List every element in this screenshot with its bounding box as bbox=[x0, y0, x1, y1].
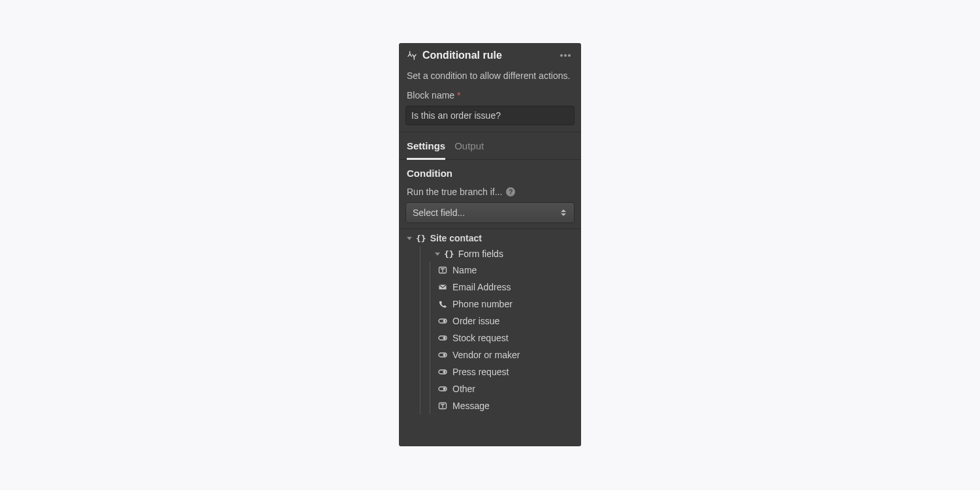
condition-heading: Condition bbox=[399, 160, 581, 183]
caret-down-icon bbox=[435, 253, 440, 256]
toggle-icon bbox=[438, 350, 447, 360]
panel-header: Conditional rule bbox=[399, 43, 581, 67]
tree-field-item[interactable]: Other bbox=[430, 380, 575, 397]
object-icon: {} bbox=[444, 249, 454, 259]
tree-field-item[interactable]: Name bbox=[430, 262, 575, 279]
tree-field-item[interactable]: Email Address bbox=[430, 279, 575, 296]
field-tree: {} Site contact {} Form fields NameEmail… bbox=[399, 229, 581, 421]
object-icon: {} bbox=[416, 234, 426, 243]
tree-field-label: Vendor or maker bbox=[452, 350, 520, 360]
toggle-icon bbox=[438, 333, 447, 343]
toggle-icon bbox=[438, 384, 447, 393]
branch-icon bbox=[407, 50, 417, 61]
tree-field-label: Name bbox=[452, 265, 477, 275]
field-select[interactable]: Select field... bbox=[405, 202, 575, 223]
help-icon[interactable]: ? bbox=[506, 187, 515, 196]
email-icon bbox=[438, 283, 447, 292]
toggle-icon bbox=[438, 316, 447, 326]
tree-group-form-fields[interactable]: {} Form fields bbox=[420, 246, 575, 262]
tree-field-label: Phone number bbox=[452, 299, 513, 309]
conditional-rule-panel: Conditional rule Set a condition to allo… bbox=[399, 43, 581, 446]
phone-icon bbox=[438, 299, 447, 309]
tree-field-item[interactable]: Stock request bbox=[430, 329, 575, 346]
field-select-placeholder: Select field... bbox=[413, 207, 465, 218]
tab-settings[interactable]: Settings bbox=[407, 140, 445, 160]
required-asterisk: * bbox=[457, 90, 460, 100]
panel-title: Conditional rule bbox=[422, 50, 552, 61]
block-name-input[interactable] bbox=[405, 106, 575, 125]
tabs: Settings Output bbox=[399, 132, 581, 160]
tree-field-label: Email Address bbox=[452, 282, 511, 292]
tree-field-item[interactable]: Vendor or maker bbox=[430, 346, 575, 363]
block-name-label: Block name * bbox=[399, 87, 581, 103]
tree-field-label: Stock request bbox=[452, 333, 509, 343]
select-caret-icon bbox=[560, 209, 567, 216]
tree-root-site-contact[interactable]: {} Site contact bbox=[405, 230, 575, 246]
panel-description: Set a condition to allow different actio… bbox=[399, 67, 581, 87]
text-icon bbox=[438, 266, 447, 275]
tab-output[interactable]: Output bbox=[454, 140, 484, 159]
tree-field-label: Other bbox=[452, 384, 475, 394]
caret-down-icon bbox=[407, 237, 412, 240]
text-icon bbox=[438, 401, 447, 410]
more-options-button[interactable] bbox=[558, 52, 573, 59]
run-branch-label: Run the true branch if... ? bbox=[399, 183, 581, 202]
tree-field-label: Order issue bbox=[452, 316, 499, 326]
tree-field-label: Press request bbox=[452, 367, 509, 377]
toggle-icon bbox=[438, 367, 447, 376]
tree-field-item[interactable]: Press request bbox=[430, 363, 575, 380]
tree-field-item[interactable]: Order issue bbox=[430, 313, 575, 329]
tree-field-label: Message bbox=[452, 401, 490, 411]
tree-field-item[interactable]: Phone number bbox=[430, 296, 575, 313]
tree-field-item[interactable]: Message bbox=[430, 397, 575, 414]
